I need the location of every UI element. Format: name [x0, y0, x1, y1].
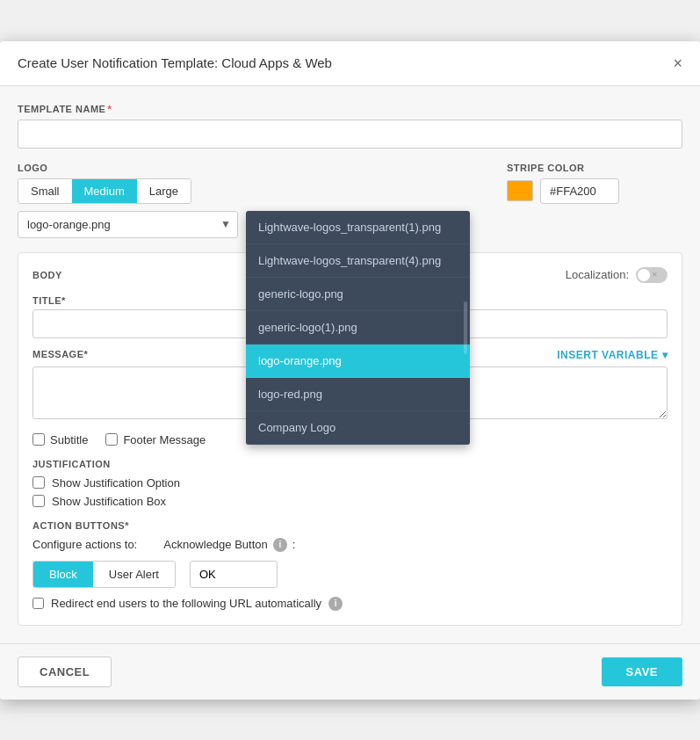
template-name-section: TEMPLATE NAME*: [18, 104, 682, 149]
dropdown-item-6[interactable]: Company Logo: [246, 411, 470, 445]
subtitle-checkbox-item[interactable]: Subtitle: [32, 433, 88, 446]
logo-size-large[interactable]: Large: [137, 179, 191, 203]
subtitle-label: Subtitle: [50, 433, 88, 446]
configure-label: Configure actions to:: [32, 538, 137, 551]
logo-dropdown-overlay: Lightwave-logos_transparent(1).png Light…: [246, 211, 470, 445]
toggle-knob: [638, 269, 650, 281]
acknowledge-label-row: Acknowledge Button i :: [163, 538, 295, 552]
subtitle-checkbox[interactable]: [32, 433, 45, 446]
modal-footer: CANCEL SAVE: [0, 643, 700, 700]
color-swatch[interactable]: [507, 180, 533, 201]
redirect-info-icon[interactable]: i: [328, 597, 343, 611]
configure-row: Configure actions to: Acknowledge Button…: [32, 538, 668, 552]
logo-select-wrapper: Lightwave-logos_transparent(1).png Light…: [18, 211, 238, 238]
logo-size-medium[interactable]: Medium: [72, 179, 137, 203]
footer-message-checkbox-item[interactable]: Footer Message: [105, 433, 206, 446]
redirect-row: Redirect end users to the following URL …: [32, 597, 668, 611]
dropdown-scrollbar: [464, 301, 467, 354]
show-justification-box-checkbox[interactable]: [32, 495, 45, 507]
modal-title: Create User Notification Template: Cloud…: [18, 55, 332, 70]
block-button[interactable]: Block: [33, 562, 93, 587]
dropdown-item-2[interactable]: generic-logo.png: [246, 278, 470, 311]
toggle-x-icon: ✕: [652, 271, 658, 279]
create-notification-modal: Create User Notification Template: Cloud…: [0, 41, 700, 700]
stripe-color-row: [507, 178, 682, 204]
show-justification-option-checkbox[interactable]: [32, 476, 45, 489]
user-alert-button[interactable]: User Alert: [93, 562, 175, 587]
logo-select[interactable]: Lightwave-logos_transparent(1).png Light…: [18, 211, 238, 238]
show-justification-option-row[interactable]: Show Justification Option: [32, 476, 668, 490]
logo-size-group: Small Medium Large: [18, 178, 191, 204]
dropdown-item-3[interactable]: generic-logo(1).png: [246, 311, 470, 345]
show-justification-box-label: Show Justification Box: [52, 495, 166, 508]
footer-message-checkbox[interactable]: [105, 433, 118, 446]
dropdown-item-5[interactable]: logo-red.png: [246, 378, 470, 411]
modal-header: Create User Notification Template: Cloud…: [0, 41, 700, 86]
acknowledge-info-icon[interactable]: i: [273, 538, 287, 552]
redirect-checkbox[interactable]: [32, 598, 44, 609]
action-btn-group: Block User Alert: [32, 561, 176, 588]
acknowledge-input[interactable]: [190, 561, 278, 588]
save-button[interactable]: SAVE: [602, 657, 682, 686]
acknowledge-colon: :: [292, 538, 296, 551]
dropdown-item-4[interactable]: logo-orange.png: [246, 345, 470, 378]
localization-toggle[interactable]: ✕: [636, 267, 668, 283]
justification-label: JUSTIFICATION: [32, 459, 668, 469]
message-label: MESSAGE*: [32, 349, 88, 359]
stripe-color-label: STRIPE COLOR: [507, 163, 682, 173]
color-hex-input[interactable]: [540, 178, 619, 204]
action-buttons-label: ACTION BUTTONS*: [32, 520, 668, 531]
body-label: BODY: [32, 270, 62, 280]
dropdown-item-0[interactable]: Lightwave-logos_transparent(1).png: [246, 211, 470, 244]
localization-label: Localization:: [566, 268, 629, 281]
localization-row: Localization: ✕: [566, 267, 668, 283]
insert-variable-chevron-icon: ▾: [662, 349, 668, 361]
logo-label: LOGO: [18, 163, 489, 173]
action-buttons-row: Block User Alert: [32, 561, 668, 588]
footer-message-label: Footer Message: [123, 433, 206, 446]
logo-size-small[interactable]: Small: [18, 179, 72, 203]
template-name-input[interactable]: [18, 120, 682, 149]
show-justification-box-row[interactable]: Show Justification Box: [32, 495, 668, 508]
cancel-button[interactable]: CANCEL: [18, 657, 112, 687]
dropdown-item-1[interactable]: Lightwave-logos_transparent(4).png: [246, 244, 470, 278]
justification-section: JUSTIFICATION Show Justification Option …: [32, 459, 668, 508]
action-buttons-section: ACTION BUTTONS* Configure actions to: Ac…: [32, 520, 668, 611]
insert-variable-button[interactable]: INSERT VARIABLE ▾: [557, 349, 668, 361]
close-button[interactable]: ×: [673, 55, 682, 71]
template-name-label: TEMPLATE NAME*: [18, 104, 682, 114]
redirect-label: Redirect end users to the following URL …: [51, 597, 321, 610]
show-justification-option-label: Show Justification Option: [52, 476, 180, 490]
stripe-color-section: STRIPE COLOR: [507, 163, 682, 204]
